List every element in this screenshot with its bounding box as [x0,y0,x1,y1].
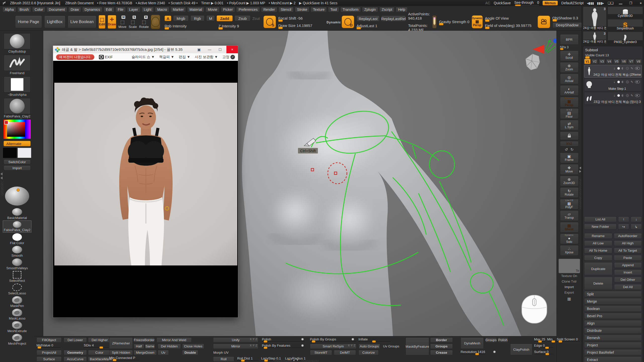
color-picker-gradient[interactable] [7,122,25,137]
polish-by-groups-dot[interactable] [351,338,354,341]
texture-fabiopaiva[interactable]: FabioPaiva_Clay2 [3,98,31,118]
brush-masklasso[interactable]: MaskLasso [3,309,31,320]
tray-slider-right-icon[interactable]: ▮▮▮▸ [597,1,604,5]
tool-simplebrush[interactable]: S SimpleBrush [608,19,643,31]
xpose-button[interactable]: ∴Xpose [560,245,579,256]
polish-slider[interactable]: Polish [262,337,305,342]
rotate-3d-button[interactable]: ↻Rotate [560,187,579,198]
clone-txtr-button[interactable]: Clone Txtr [562,279,577,284]
stack-windows-icon[interactable]: ❏❏ [607,1,614,5]
brush-smooth[interactable]: Smooth [3,246,31,257]
camera-button[interactable] [538,16,550,28]
smart-resym-button[interactable]: Smart ReSym X Y Z [310,344,356,349]
min-connected-slider[interactable]: Min Connected P [109,356,139,360]
polypaint-on-icon[interactable] [617,67,620,70]
gravity-strength-slider[interactable]: Gravity Strength 0 [439,20,469,24]
list-all-button[interactable]: List All [584,216,617,222]
subtool-item-head[interactable]: ⇣ ✎ Make Step 1 [584,78,642,91]
append-button[interactable]: Append [614,262,642,268]
z-intensity-slider[interactable]: Z Intensity 9 [218,24,261,28]
copy-button[interactable]: Copy [584,255,612,261]
menu-macro[interactable]: Macro [155,7,169,12]
ghost-button[interactable]: ▨Ghost [560,222,579,233]
tab-v4[interactable]: V4 [606,59,613,64]
tab-v6[interactable]: V6 [621,59,627,64]
alternate-button[interactable]: Alternate [4,141,31,146]
polypaint-half-icon[interactable] [622,94,624,97]
current-brush-preview[interactable] [151,15,160,29]
menus-button[interactable]: Menus [543,1,558,5]
menu-zscript[interactable]: Zscript [379,7,394,12]
resolution-dot[interactable] [493,350,496,353]
distribute-button[interactable]: Distribute [584,327,642,334]
brush-edit-icon[interactable]: ✎ [631,94,633,97]
uv-button[interactable]: Uv [158,350,169,355]
ac-toggle[interactable]: AC [485,1,490,5]
store-mt-button[interactable]: StoreMT [310,350,332,355]
rgb-intensity-slider[interactable]: Rgb Intensity [165,24,212,28]
home-page-button[interactable]: Home Page [15,16,42,28]
roll-dist-slider[interactable]: Roll Dist 1 [237,356,259,361]
same-button[interactable]: Same [145,344,155,349]
replay-last-button[interactable]: ReplayLast [356,16,380,22]
color-tab-button[interactable]: Color [88,350,111,355]
zsub-button[interactable]: Zsub [234,15,251,21]
local-sym-button[interactable]: ⇄L.Sym [560,120,579,130]
scroll-button[interactable]: ✛Scroll [560,51,579,61]
zcut-button[interactable]: Zcut [252,16,260,21]
viewer-fullscreen-button[interactable]: ▣ [195,46,203,53]
tool-pm3d-cylinder[interactable]: PM3D_Cylinder3 [608,32,643,44]
sdiv-slider[interactable]: SDiv 4 [84,343,109,348]
image-viewer-window[interactable]: 쇄골 & 팔 > 0afe5b377b2d99710e97b3376bf7b3c… [53,46,238,318]
see-through-slider[interactable]: See-through 0 [514,1,539,6]
rename-button[interactable]: Rename [584,233,612,239]
spin-z-icon[interactable]: ↻ [571,147,574,152]
spix-slider[interactable]: SPix 3 [560,46,579,49]
material-fabiopaiva[interactable]: FabioPaiva_Clay2 [3,221,31,232]
brush-smoothvalleys[interactable]: SmoothValleys [3,258,31,270]
deep-shadow-button[interactable]: DeepShadow [552,22,582,28]
lock-button[interactable] [560,131,579,140]
menu-zplugin[interactable]: Zplugin [362,7,378,12]
border-button[interactable]: Border [430,337,453,343]
texture-grid-icon[interactable]: ▦ [567,296,571,301]
exif-button[interactable]: EXIF [99,55,113,59]
menu-stroke[interactable]: Stroke [295,7,309,12]
actual-button[interactable]: ◎Actual [560,74,579,84]
quicksave-button[interactable]: QuickSave [494,1,511,5]
subtool-item-hands[interactable]: ⇣ ✎ 23강 여성 바디 전체 복습 (정리) 3 [584,92,642,105]
dynamesh-polish-button[interactable]: Polish [498,337,508,343]
frame-button[interactable]: ▣Frame [560,153,579,163]
mrgb-button[interactable]: Mrgb [173,15,189,21]
auto-groups-button[interactable]: Auto Groups [358,344,380,349]
tab-v3[interactable]: V3 [599,59,605,64]
close-holes-button[interactable]: Close Holes [182,344,204,349]
split-screen-slider[interactable]: Split Screen 0 [557,337,580,342]
texture-preview-box[interactable]: Te [558,259,580,273]
boolean-button[interactable]: Boolean [584,305,642,312]
gravity-button[interactable] [432,15,437,28]
axis-gizmo[interactable] [533,38,556,54]
move-mode-button[interactable]: M ⬚ Move [118,15,127,29]
persp-button[interactable]: Dynamic ▦ Persp [472,15,483,28]
drag-arrow-icon[interactable]: ⇣ [613,80,616,84]
bevel-pro-button[interactable]: Bevel Pro [584,313,642,319]
del-higher-button[interactable]: Del Higher [88,337,111,343]
menu-tool[interactable]: Tool [328,7,339,12]
shelf-scroll-strip-left[interactable] [274,360,292,362]
texture-import-button[interactable]: Import [565,284,574,290]
material-basicmaterial[interactable]: BasicMaterial [3,208,31,220]
roll-button[interactable]: Roll [213,356,234,362]
duplicate-button[interactable]: Duplicate [584,262,613,275]
tool-selectrect[interactable]: SelectRect [3,271,31,283]
color-picker[interactable] [4,120,31,139]
menu-file[interactable]: File [115,7,126,12]
tab-v5[interactable]: V5 [613,59,620,64]
colorize-button[interactable]: Colorize [358,350,379,355]
bpr-button[interactable]: BPR [560,34,579,45]
merge-button[interactable]: Merge [584,298,642,304]
default-zscript-button[interactable]: DefaultZScript [561,1,584,5]
brush-edit-icon[interactable]: ✎ [631,67,633,70]
visibility-eye-icon[interactable] [635,67,640,70]
surface-slider[interactable]: Surface 0 [534,350,554,354]
